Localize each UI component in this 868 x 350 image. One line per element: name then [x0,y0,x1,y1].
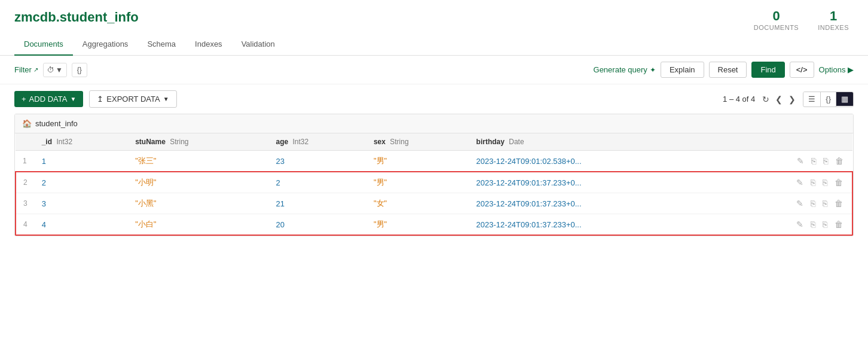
col-sex-type: String [390,138,408,146]
row-age: 2 [268,172,366,193]
add-data-label: ADD DATA [29,95,68,104]
generate-query-label: Generate query [594,65,647,74]
row-num: 1 [16,151,35,172]
col-birthday-type: Date [509,138,524,146]
clone-button[interactable]: ⎘ [821,218,829,230]
tab-documents[interactable]: Documents [14,34,73,56]
table-view-button[interactable]: ▦ [836,92,853,106]
tab-indexes[interactable]: Indexes [185,34,232,56]
row-num: 3 [16,193,35,214]
find-button[interactable]: Find [751,62,784,78]
table-wrapper: 🏠 student_info _id Int32 stuName String [14,114,854,236]
collection-icon: 🏠 [22,119,32,128]
clone-button[interactable]: ⎘ [821,155,830,167]
col-id-name: _id [42,138,52,146]
col-id: _id Int32 [35,133,128,151]
generate-query-link[interactable]: Generate query ✦ [594,65,656,74]
edit-button[interactable]: ✎ [794,197,805,209]
table-row: 1 1 "张三" 23 "男" 2023-12-24T09:01:02.538+… [16,151,852,172]
external-link-icon: ↗ [33,66,38,73]
sparkle-icon: ✦ [650,66,656,74]
json-view-button[interactable]: {} [821,92,836,106]
filter-toolbar: Filter ↗ ⏱ ▼ {} Generate query ✦ Explain… [0,56,868,84]
prev-page-icon[interactable]: ❮ [774,93,784,105]
add-data-chevron: ▼ [70,96,76,102]
tab-schema[interactable]: Schema [137,34,185,56]
options-label: Options ▶ [819,65,854,74]
edit-button[interactable]: ✎ [794,176,805,188]
col-sex-name: sex [374,138,386,146]
nav-tabs: Documents Aggregations Schema Indexes Va… [0,34,868,56]
delete-button[interactable]: 🗑 [833,155,845,167]
db-title: zmcdb.student_info [14,10,139,25]
add-data-button[interactable]: + ADD DATA ▼ [14,91,83,107]
row-actions: ✎ ⎘ ⎘ 🗑 [725,218,845,230]
pagination-info: 1 – 4 of 4 [723,95,755,104]
copy-button[interactable]: ⎘ [809,176,817,188]
next-page-icon[interactable]: ❯ [787,93,797,105]
col-actions [717,133,852,151]
row-birthday: 2023-12-24T09:01:02.538+0... [469,151,717,172]
col-birthday: birthday Date [469,133,717,151]
plus-icon: + [22,95,26,104]
row-birthday: 2023-12-24T09:01:37.233+0... [469,172,717,193]
table-row: 2 2 "小明" 2 "男" 2023-12-24T09:01:37.233+0… [16,172,852,193]
app-container: zmcdb.student_info 0 DOCUMENTS 1 INDEXES… [0,0,868,350]
row-actions: ✎ ⎘ ⎘ 🗑 [725,155,845,167]
row-age: 23 [268,151,366,172]
clock-chevron: ▼ [56,66,63,74]
row-id: 3 [35,193,128,214]
reset-button[interactable]: Reset [709,62,747,78]
delete-button[interactable]: 🗑 [833,218,845,230]
copy-button[interactable]: ⎘ [809,218,817,230]
export-data-button[interactable]: ↥ EXPORT DATA ▼ [89,90,176,108]
edit-button[interactable]: ✎ [794,218,805,230]
row-num: 2 [16,172,35,193]
tab-aggregations[interactable]: Aggregations [73,34,138,56]
row-birthday: 2023-12-24T09:01:37.233+0... [469,214,717,236]
row-age: 20 [268,214,366,236]
row-age: 21 [268,193,366,214]
col-stuname: stuName String [128,133,268,151]
row-actions-cell: ✎ ⎘ ⎘ 🗑 [717,172,852,193]
table-header-row: _id Int32 stuName String age Int32 sex [16,133,852,151]
delete-button[interactable]: 🗑 [833,176,845,188]
options-link[interactable]: Options ▶ [819,65,854,74]
col-stuname-name: stuName [135,138,166,146]
delete-button[interactable]: 🗑 [833,197,845,209]
list-view-button[interactable]: ☰ [803,92,820,106]
table-container: 🏠 student_info _id Int32 stuName String [0,114,868,236]
documents-count: 0 [772,10,780,23]
refresh-icon[interactable]: ↻ [761,93,771,105]
row-id: 4 [35,214,128,236]
clock-dropdown-button[interactable]: ⏱ ▼ [43,63,67,77]
header-stats: 0 DOCUMENTS 1 INDEXES [754,10,854,31]
row-sex: "男" [366,151,469,172]
clone-button[interactable]: ⎘ [821,176,829,188]
row-sex: "男" [366,214,469,236]
documents-label: DOCUMENTS [754,24,799,31]
export-data-chevron: ▼ [163,96,169,102]
row-actions: ✎ ⎘ ⎘ 🗑 [725,197,845,209]
indexes-count: 1 [830,10,837,23]
row-stuname: "小黑" [128,193,268,214]
row-actions-cell: ✎ ⎘ ⎘ 🗑 [717,214,852,236]
code-button[interactable]: </> [790,62,814,78]
clock-icon: ⏱ [47,66,54,74]
data-toolbar: + ADD DATA ▼ ↥ EXPORT DATA ▼ 1 – 4 of 4 … [0,84,868,114]
clone-button[interactable]: ⎘ [821,197,829,209]
pagination: 1 – 4 of 4 ↻ ❮ ❯ [723,93,797,105]
filter-link[interactable]: Filter ↗ [14,65,38,74]
table-row: 4 4 "小白" 20 "男" 2023-12-24T09:01:37.233+… [16,214,852,236]
row-num: 4 [16,214,35,236]
filter-label: Filter [14,65,32,74]
tab-validation[interactable]: Validation [232,34,285,56]
row-stuname: "张三" [128,151,268,172]
curly-brace-button[interactable]: {} [72,63,87,77]
edit-button[interactable]: ✎ [795,155,806,167]
explain-button[interactable]: Explain [661,62,704,78]
row-actions: ✎ ⎘ ⎘ 🗑 [725,176,845,188]
export-data-label: EXPORT DATA [106,95,160,104]
copy-button[interactable]: ⎘ [809,155,818,167]
copy-button[interactable]: ⎘ [809,197,817,209]
